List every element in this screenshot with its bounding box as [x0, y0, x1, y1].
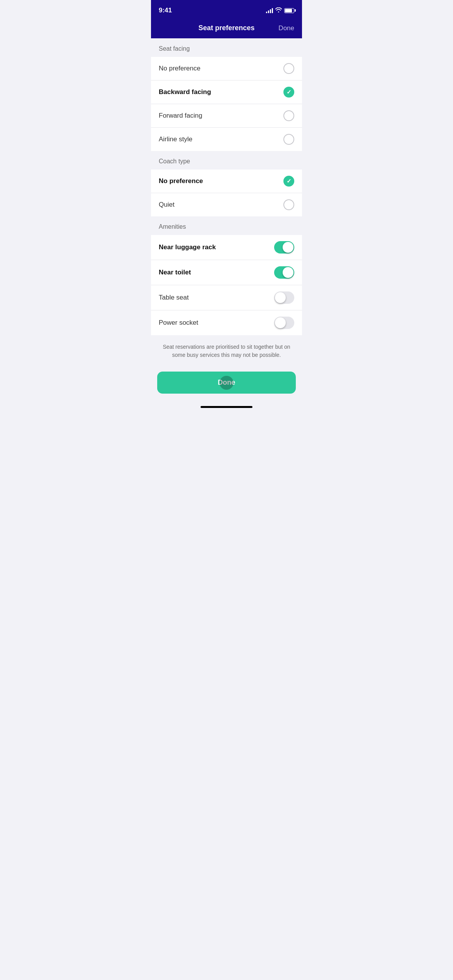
amenities-list: Near luggage rack Near toilet Table seat…	[151, 235, 302, 335]
coach-type-list: No preference Quiet	[151, 170, 302, 216]
quiet-label: Quiet	[159, 201, 175, 209]
airline-style-radio[interactable]	[283, 134, 294, 145]
airline-style-label: Airline style	[159, 135, 192, 143]
amenities-label: Amenities	[159, 223, 186, 230]
status-icons	[266, 7, 294, 14]
backward-facing-label: Backward facing	[159, 88, 211, 96]
list-item[interactable]: Table seat	[151, 285, 302, 310]
list-item[interactable]: Power socket	[151, 310, 302, 335]
near-luggage-rack-label: Near luggage rack	[159, 243, 216, 251]
status-time: 9:41	[159, 7, 172, 14]
table-seat-toggle[interactable]	[274, 291, 294, 304]
forward-facing-label: Forward facing	[159, 112, 202, 120]
list-item[interactable]: Airline style	[151, 128, 302, 151]
no-preference-coach-label: No preference	[159, 177, 203, 185]
nav-bar: Seat preferences Done	[151, 19, 302, 38]
wifi-icon	[275, 7, 282, 14]
seat-facing-label: Seat facing	[159, 45, 190, 52]
list-item[interactable]: No preference	[151, 57, 302, 81]
home-bar	[201, 406, 252, 408]
status-bar: 9:41	[151, 0, 302, 19]
coach-type-section-header: Coach type	[151, 151, 302, 170]
list-item[interactable]: No preference	[151, 170, 302, 193]
no-preference-facing-radio[interactable]	[283, 63, 294, 74]
seat-facing-section-header: Seat facing	[151, 38, 302, 57]
near-toilet-toggle[interactable]	[274, 266, 294, 279]
power-socket-toggle[interactable]	[274, 317, 294, 329]
list-item[interactable]: Near luggage rack	[151, 235, 302, 260]
no-preference-facing-label: No preference	[159, 65, 201, 72]
list-item[interactable]: Backward facing	[151, 81, 302, 104]
seat-facing-list: No preference Backward facing Forward fa…	[151, 57, 302, 151]
coach-type-label: Coach type	[159, 158, 190, 164]
done-button-ripple	[220, 376, 233, 390]
near-toilet-label: Near toilet	[159, 269, 191, 276]
table-seat-label: Table seat	[159, 294, 189, 302]
amenities-section-header: Amenities	[151, 216, 302, 235]
signal-icon	[266, 8, 273, 13]
near-luggage-rack-toggle[interactable]	[274, 241, 294, 254]
list-item[interactable]: Forward facing	[151, 104, 302, 128]
home-indicator	[151, 403, 302, 414]
battery-icon	[284, 8, 294, 13]
nav-done-button[interactable]: Done	[278, 24, 294, 32]
forward-facing-radio[interactable]	[283, 110, 294, 121]
footer-note: Seat reservations are prioritised to sit…	[151, 335, 302, 367]
list-item[interactable]: Near toilet	[151, 260, 302, 285]
power-socket-label: Power socket	[159, 319, 198, 327]
done-button[interactable]: Done	[157, 372, 296, 394]
page-title: Seat preferences	[198, 24, 254, 32]
backward-facing-radio[interactable]	[283, 87, 294, 98]
list-item[interactable]: Quiet	[151, 193, 302, 216]
no-preference-coach-radio[interactable]	[283, 176, 294, 187]
quiet-radio[interactable]	[283, 199, 294, 210]
content-area: Seat facing No preference Backward facin…	[151, 38, 302, 414]
